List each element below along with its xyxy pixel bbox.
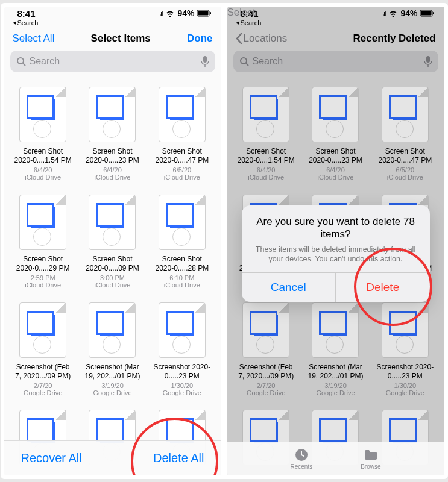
battery-percent: 94% — [177, 8, 194, 18]
file-thumb — [19, 302, 66, 358]
file-date: 3/19/20 — [101, 382, 124, 389]
recover-all-button[interactable]: Recover All — [21, 451, 82, 465]
file-thumb — [159, 195, 206, 250]
file-date: 2:59 PM — [31, 274, 55, 281]
file-name: Screenshot (Feb 7, 2020.../09 PM) — [13, 363, 73, 381]
svg-point-3 — [17, 58, 24, 64]
file-location: iCloud Drive — [95, 174, 131, 181]
battery-icon — [197, 10, 212, 17]
file-item[interactable]: Screen Shot 2020-0....1.54 PM6/4/20iClou… — [11, 87, 75, 186]
file-thumb — [19, 195, 66, 250]
file-name: Screen Shot 2020-0.....23 PM — [82, 147, 142, 165]
tab-recents[interactable]: Recents — [290, 448, 312, 470]
file-date: 6/4/20 — [103, 166, 122, 174]
search-placeholder: Search — [30, 56, 60, 67]
folder-icon — [363, 448, 379, 462]
file-thumb — [159, 302, 206, 358]
chevron-left-icon: ◂ — [13, 19, 16, 27]
delete-all-button[interactable]: Delete All — [153, 451, 204, 465]
file-item[interactable]: Screenshot (Mar 19, 202.../01 PM)3/19/20… — [81, 302, 144, 402]
sheet-delete-button[interactable]: Delete — [336, 273, 430, 302]
file-location: Google Drive — [93, 389, 131, 396]
file-item[interactable]: Screen Shot 2020-0.....28 PM6:10 PMiClou… — [150, 195, 213, 294]
svg-rect-5 — [203, 56, 207, 63]
status-time: 8:41 — [17, 8, 36, 19]
status-right: .ıl 94% — [159, 8, 211, 18]
sheet-headline: Are you sure you want to delete 78 items… — [253, 215, 419, 241]
confirm-delete-sheet: Are you sure you want to delete 78 items… — [242, 205, 430, 302]
back-to-search[interactable]: ◂ Search — [4, 19, 221, 28]
wifi-icon — [165, 10, 175, 17]
file-thumb — [159, 87, 206, 142]
file-name: Screenshot 2020-0.....23 PM — [152, 363, 212, 381]
tab-bar: Recents Browse — [227, 442, 444, 475]
file-item[interactable]: Screenshot (Feb 7, 2020.../09 PM)2/7/20G… — [11, 302, 75, 402]
file-location: Google Drive — [24, 389, 62, 396]
file-location: iCloud Drive — [164, 281, 200, 289]
file-date: 6/4/20 — [34, 166, 52, 174]
file-name: Screen Shot 2020-0.....29 PM — [13, 255, 73, 273]
file-item[interactable]: Screen Shot 2020-0.....47 PM6/5/20iCloud… — [150, 87, 213, 186]
file-name: Screen Shot 2020-0....1.54 PM — [13, 147, 73, 165]
file-thumb — [19, 87, 66, 142]
status-bar: 8:41 .ıl 94% — [4, 7, 221, 19]
sheet-cancel-button[interactable]: Cancel — [242, 273, 336, 302]
file-location: iCloud Drive — [25, 174, 61, 181]
file-name: Screenshot (Mar 19, 202.../01 PM) — [82, 363, 142, 381]
search-field[interactable]: Search — [10, 51, 215, 72]
svg-rect-1 — [198, 11, 208, 16]
file-thumb — [89, 195, 136, 250]
file-name: Screen Shot 2020-0.....28 PM — [152, 255, 212, 273]
file-item[interactable]: Screenshot 2020-0.....23 PM1/30/20Google… — [150, 302, 213, 402]
signal-icon: .ıl — [159, 10, 163, 17]
mic-icon[interactable] — [201, 56, 209, 67]
svg-line-4 — [23, 63, 25, 66]
file-item[interactable]: Screen Shot 2020-0.....29 PM2:59 PMiClou… — [11, 195, 75, 294]
file-date: 2/7/20 — [34, 382, 52, 389]
file-date: 6:10 PM — [169, 274, 194, 281]
nav-title: Select Items — [91, 33, 151, 45]
done-button[interactable]: Done — [187, 33, 213, 45]
file-thumb — [89, 302, 136, 358]
file-location: Google Drive — [163, 389, 201, 396]
clock-icon — [294, 448, 309, 462]
sheet-sub: These items will be deleted immediately … — [253, 245, 419, 264]
select-all-button[interactable]: Select All — [13, 33, 55, 45]
file-item[interactable]: Screen Shot 2020-0.....23 PM6/4/20iCloud… — [81, 87, 144, 186]
nav-bar: Select All Select Items Done — [4, 28, 221, 51]
screenshot-left: 8:41 .ıl 94% ◂ Search Select All Select … — [4, 7, 221, 475]
file-location: iCloud Drive — [25, 281, 61, 289]
file-thumb — [89, 87, 136, 142]
file-date: 3:00 PM — [100, 274, 125, 281]
search-icon — [16, 57, 26, 66]
file-date: 1/30/20 — [171, 382, 193, 389]
file-location: iCloud Drive — [164, 174, 200, 181]
file-item[interactable]: Screen Shot 2020-0.....09 PM3:00 PMiClou… — [81, 195, 144, 294]
file-grid-left: Screen Shot 2020-0....1.54 PM6/4/20iClou… — [4, 76, 221, 475]
svg-rect-2 — [210, 12, 211, 14]
file-date: 6/5/20 — [173, 166, 192, 174]
screenshot-right: 8:41 .ıl 94% ◂ Search Locations Recently… — [227, 7, 444, 475]
bottom-toolbar: Recover All Delete All — [4, 440, 221, 475]
file-name: Screen Shot 2020-0.....47 PM — [152, 147, 212, 165]
file-name: Screen Shot 2020-0.....09 PM — [82, 255, 142, 273]
tab-browse[interactable]: Browse — [361, 448, 380, 470]
file-location: iCloud Drive — [95, 281, 131, 289]
